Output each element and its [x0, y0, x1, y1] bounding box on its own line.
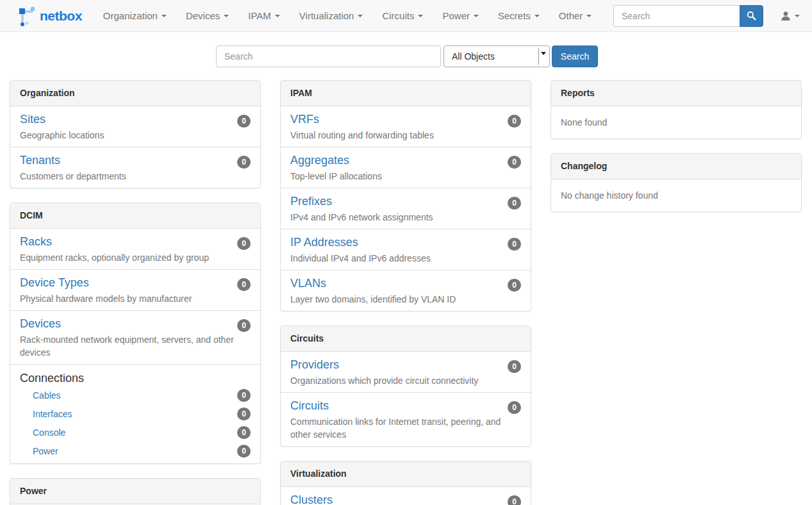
nav-item-power[interactable]: Power	[433, 1, 488, 31]
count-badge: 0	[237, 389, 251, 402]
prefixes-link[interactable]: Prefixes	[290, 194, 332, 210]
vlans-link[interactable]: VLANs	[290, 276, 326, 292]
count-badge: 0	[237, 278, 251, 291]
device-types-link[interactable]: Device Types	[20, 275, 89, 291]
chevron-down-icon	[541, 52, 546, 55]
panel-power: Power	[10, 478, 261, 505]
nav-label: Power	[442, 10, 470, 21]
nav-label: Devices	[186, 10, 220, 21]
count-badge: 0	[508, 238, 521, 251]
nav-label: Other	[559, 10, 583, 21]
navbar-right	[613, 5, 802, 27]
panel-heading: DCIM	[10, 203, 260, 229]
brand-logo[interactable]: netbox	[10, 5, 87, 27]
circuits-link[interactable]: Circuits	[290, 398, 329, 414]
brand-name: netbox	[40, 8, 82, 24]
main-menu: Organization Devices IPAM Virtualization…	[94, 1, 602, 31]
item-tenants: 0 Tenants Customers or departments	[10, 147, 260, 188]
devices-link[interactable]: Devices	[20, 316, 61, 332]
item-description: Layer two domains, identified by VLAN ID	[290, 293, 521, 306]
sites-link[interactable]: Sites	[20, 112, 46, 128]
count-badge: 0	[508, 279, 521, 292]
nav-label: Secrets	[498, 10, 531, 21]
item-description: Rack-mounted network equipment, servers,…	[20, 333, 251, 359]
item-description: Physical hardware models by manufacturer	[20, 292, 251, 305]
netbox-logo-icon	[16, 5, 35, 27]
item-device-types: 0 Device Types Physical hardware models …	[10, 270, 260, 311]
item-racks: 0 Racks Equipment racks, optionally orga…	[10, 229, 260, 270]
navbar-search-button[interactable]	[740, 5, 763, 27]
providers-link[interactable]: Providers	[290, 357, 339, 373]
nav-item-organization[interactable]: Organization	[94, 1, 176, 31]
item-description: Customers or departments	[20, 170, 251, 183]
panel-circuits: Circuits 0 Providers Organizations which…	[280, 326, 531, 447]
vrfs-link[interactable]: VRFs	[290, 112, 319, 128]
item-description: Individual IPv4 and IPv6 addresses	[290, 252, 521, 265]
count-badge: 0	[237, 156, 251, 169]
item-description: Top-level IP allocations	[290, 170, 521, 183]
ip-addresses-link[interactable]: IP Addresses	[290, 235, 358, 251]
connections-section: Connections Cables 0 Interfaces 0 Consol…	[10, 365, 260, 463]
chevron-down-icon	[534, 15, 540, 17]
search-input[interactable]	[216, 46, 441, 67]
connection-row-interfaces: Interfaces 0	[20, 405, 251, 424]
count-badge: 0	[508, 360, 521, 373]
panel-heading: Organization	[10, 81, 260, 106]
count-badge: 0	[237, 237, 251, 250]
racks-link[interactable]: Racks	[20, 234, 52, 250]
item-description: Geographic locations	[20, 129, 251, 142]
user-menu[interactable]	[781, 11, 802, 21]
connection-row-cables: Cables 0	[20, 386, 251, 405]
panel-heading: Reports	[551, 81, 801, 106]
clusters-link[interactable]: Clusters	[290, 492, 333, 505]
aggregates-link[interactable]: Aggregates	[290, 153, 349, 169]
nav-label: Organization	[103, 10, 158, 21]
panel-changelog: Changelog No change history found	[551, 153, 802, 212]
object-type-selected: All Objects	[452, 51, 495, 62]
navbar-search-input[interactable]	[613, 5, 740, 27]
panel-heading: Virtualization	[281, 461, 531, 487]
count-badge: 0	[508, 401, 521, 414]
search-submit-button[interactable]: Search	[552, 46, 598, 67]
column-middle: IPAM 0 VRFs Virtual routing and forwardi…	[280, 80, 531, 505]
object-type-select[interactable]: All Objects	[443, 46, 550, 67]
item-clusters: 0 Clusters	[281, 487, 531, 505]
panel-organization: Organization 0 Sites Geographic location…	[10, 80, 261, 188]
chevron-down-icon	[358, 15, 363, 17]
console-link[interactable]: Console	[33, 427, 65, 438]
power-connections-link[interactable]: Power	[33, 446, 58, 456]
nav-item-circuits[interactable]: Circuits	[372, 1, 433, 31]
item-description: Communication links for Internet transit…	[290, 415, 521, 441]
chevron-down-icon	[586, 15, 592, 17]
count-badge: 0	[508, 115, 521, 128]
nav-label: Virtualization	[299, 10, 354, 21]
tenants-link[interactable]: Tenants	[20, 153, 60, 169]
item-providers: 0 Providers Organizations which provide …	[281, 352, 531, 393]
count-badge: 0	[237, 408, 251, 420]
panel-heading: Circuits	[281, 326, 531, 352]
chevron-down-icon	[224, 15, 229, 17]
cables-link[interactable]: Cables	[33, 390, 61, 401]
count-badge: 0	[237, 445, 251, 458]
top-navbar: netbox Organization Devices IPAM Virtual…	[0, 0, 812, 32]
nav-item-devices[interactable]: Devices	[176, 1, 238, 31]
item-aggregates: 0 Aggregates Top-level IP allocations	[281, 147, 531, 188]
nav-item-secrets[interactable]: Secrets	[488, 1, 549, 31]
dashboard-content: Organization 0 Sites Geographic location…	[0, 80, 812, 505]
nav-item-virtualization[interactable]: Virtualization	[290, 1, 373, 31]
panel-heading: Power	[10, 479, 260, 504]
chevron-down-icon	[474, 15, 479, 17]
connections-title: Connections	[20, 370, 251, 386]
nav-item-other[interactable]: Other	[549, 1, 602, 31]
count-badge: 0	[508, 156, 521, 169]
count-badge: 0	[508, 495, 521, 505]
panel-ipam: IPAM 0 VRFs Virtual routing and forwardi…	[280, 80, 531, 311]
interfaces-link[interactable]: Interfaces	[33, 409, 72, 419]
panel-heading: IPAM	[281, 81, 531, 106]
nav-item-ipam[interactable]: IPAM	[238, 1, 290, 31]
quick-search-form: All Objects Search	[216, 46, 812, 67]
column-left: Organization 0 Sites Geographic location…	[10, 80, 261, 505]
item-circuits: 0 Circuits Communication links for Inter…	[281, 393, 531, 446]
item-sites: 0 Sites Geographic locations	[10, 106, 260, 147]
connection-row-console: Console 0	[20, 424, 251, 442]
